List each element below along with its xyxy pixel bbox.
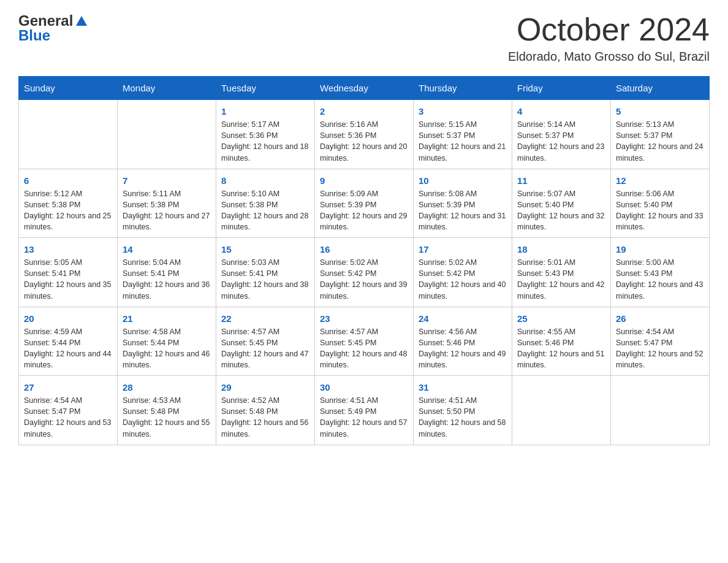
day-info: Sunrise: 5:17 AMSunset: 5:36 PMDaylight:… xyxy=(221,119,309,164)
day-info: Sunrise: 4:54 AMSunset: 5:47 PMDaylight:… xyxy=(616,326,704,371)
day-info: Sunrise: 4:56 AMSunset: 5:46 PMDaylight:… xyxy=(419,326,507,371)
week-row-3: 13Sunrise: 5:05 AMSunset: 5:41 PMDayligh… xyxy=(19,238,710,307)
calendar-cell xyxy=(512,376,611,445)
calendar-cell: 26Sunrise: 4:54 AMSunset: 5:47 PMDayligh… xyxy=(611,307,710,376)
day-info: Sunrise: 5:11 AMSunset: 5:38 PMDaylight:… xyxy=(123,188,211,233)
day-number: 11 xyxy=(517,174,605,187)
calendar-cell: 19Sunrise: 5:00 AMSunset: 5:43 PMDayligh… xyxy=(611,238,710,307)
day-info: Sunrise: 5:12 AMSunset: 5:38 PMDaylight:… xyxy=(24,188,112,233)
calendar-cell: 22Sunrise: 4:57 AMSunset: 5:45 PMDayligh… xyxy=(216,307,315,376)
day-number: 17 xyxy=(419,243,507,256)
calendar-cell: 29Sunrise: 4:52 AMSunset: 5:48 PMDayligh… xyxy=(216,376,315,445)
calendar-cell xyxy=(611,376,710,445)
day-number: 30 xyxy=(320,381,408,394)
calendar-cell: 12Sunrise: 5:06 AMSunset: 5:40 PMDayligh… xyxy=(611,169,710,238)
day-number: 21 xyxy=(123,312,211,325)
day-number: 14 xyxy=(123,243,211,256)
day-info: Sunrise: 5:07 AMSunset: 5:40 PMDaylight:… xyxy=(517,188,605,233)
day-info: Sunrise: 4:51 AMSunset: 5:49 PMDaylight:… xyxy=(320,395,408,440)
calendar-cell: 31Sunrise: 4:51 AMSunset: 5:50 PMDayligh… xyxy=(414,376,512,445)
day-number: 12 xyxy=(616,174,704,187)
calendar-cell: 18Sunrise: 5:01 AMSunset: 5:43 PMDayligh… xyxy=(512,238,611,307)
logo-blue-text: Blue xyxy=(18,27,88,44)
week-row-2: 6Sunrise: 5:12 AMSunset: 5:38 PMDaylight… xyxy=(19,169,710,238)
calendar-cell: 23Sunrise: 4:57 AMSunset: 5:45 PMDayligh… xyxy=(315,307,414,376)
calendar-table: SundayMondayTuesdayWednesdayThursdayFrid… xyxy=(18,76,710,445)
calendar-cell: 4Sunrise: 5:14 AMSunset: 5:37 PMDaylight… xyxy=(512,100,611,169)
day-info: Sunrise: 5:09 AMSunset: 5:39 PMDaylight:… xyxy=(320,188,408,233)
calendar-cell xyxy=(118,100,216,169)
day-number: 23 xyxy=(320,312,408,325)
day-info: Sunrise: 5:08 AMSunset: 5:39 PMDaylight:… xyxy=(419,188,507,233)
day-number: 3 xyxy=(419,105,507,118)
calendar-cell: 10Sunrise: 5:08 AMSunset: 5:39 PMDayligh… xyxy=(414,169,512,238)
logo-triangle-icon xyxy=(75,15,88,28)
calendar-cell: 11Sunrise: 5:07 AMSunset: 5:40 PMDayligh… xyxy=(512,169,611,238)
logo: General Blue xyxy=(18,12,88,44)
svg-marker-0 xyxy=(76,16,87,26)
title-area: October 2024 Eldorado, Mato Grosso do Su… xyxy=(508,12,710,64)
day-info: Sunrise: 4:54 AMSunset: 5:47 PMDaylight:… xyxy=(24,395,112,440)
day-info: Sunrise: 5:13 AMSunset: 5:37 PMDaylight:… xyxy=(616,119,704,164)
calendar-cell: 17Sunrise: 5:02 AMSunset: 5:42 PMDayligh… xyxy=(414,238,512,307)
calendar-cell: 27Sunrise: 4:54 AMSunset: 5:47 PMDayligh… xyxy=(19,376,118,445)
day-number: 4 xyxy=(517,105,605,118)
day-number: 25 xyxy=(517,312,605,325)
day-number: 19 xyxy=(616,243,704,256)
calendar-cell: 2Sunrise: 5:16 AMSunset: 5:36 PMDaylight… xyxy=(315,100,414,169)
day-info: Sunrise: 5:05 AMSunset: 5:41 PMDaylight:… xyxy=(24,257,112,302)
day-number: 20 xyxy=(24,312,112,325)
day-number: 8 xyxy=(221,174,309,187)
day-number: 26 xyxy=(616,312,704,325)
day-info: Sunrise: 5:04 AMSunset: 5:41 PMDaylight:… xyxy=(123,257,211,302)
day-number: 27 xyxy=(24,381,112,394)
day-info: Sunrise: 5:03 AMSunset: 5:41 PMDaylight:… xyxy=(221,257,309,302)
calendar-cell: 15Sunrise: 5:03 AMSunset: 5:41 PMDayligh… xyxy=(216,238,315,307)
day-number: 7 xyxy=(123,174,211,187)
day-info: Sunrise: 4:59 AMSunset: 5:44 PMDaylight:… xyxy=(24,326,112,371)
day-info: Sunrise: 5:06 AMSunset: 5:40 PMDaylight:… xyxy=(616,188,704,233)
day-info: Sunrise: 5:15 AMSunset: 5:37 PMDaylight:… xyxy=(419,119,507,164)
day-info: Sunrise: 4:57 AMSunset: 5:45 PMDaylight:… xyxy=(221,326,309,371)
calendar-cell: 25Sunrise: 4:55 AMSunset: 5:46 PMDayligh… xyxy=(512,307,611,376)
day-number: 31 xyxy=(419,381,507,394)
day-info: Sunrise: 5:02 AMSunset: 5:42 PMDaylight:… xyxy=(320,257,408,302)
calendar-cell: 3Sunrise: 5:15 AMSunset: 5:37 PMDaylight… xyxy=(414,100,512,169)
day-info: Sunrise: 5:01 AMSunset: 5:43 PMDaylight:… xyxy=(517,257,605,302)
day-number: 5 xyxy=(616,105,704,118)
location-title: Eldorado, Mato Grosso do Sul, Brazil xyxy=(508,50,710,64)
calendar-cell: 21Sunrise: 4:58 AMSunset: 5:44 PMDayligh… xyxy=(118,307,216,376)
day-number: 2 xyxy=(320,105,408,118)
calendar-cell: 6Sunrise: 5:12 AMSunset: 5:38 PMDaylight… xyxy=(19,169,118,238)
day-info: Sunrise: 5:02 AMSunset: 5:42 PMDaylight:… xyxy=(419,257,507,302)
week-row-5: 27Sunrise: 4:54 AMSunset: 5:47 PMDayligh… xyxy=(19,376,710,445)
weekday-header-saturday: Saturday xyxy=(611,77,710,100)
day-number: 29 xyxy=(221,381,309,394)
day-info: Sunrise: 5:16 AMSunset: 5:36 PMDaylight:… xyxy=(320,119,408,164)
day-number: 22 xyxy=(221,312,309,325)
day-number: 15 xyxy=(221,243,309,256)
weekday-header-sunday: Sunday xyxy=(19,77,118,100)
week-row-4: 20Sunrise: 4:59 AMSunset: 5:44 PMDayligh… xyxy=(19,307,710,376)
calendar-cell: 5Sunrise: 5:13 AMSunset: 5:37 PMDaylight… xyxy=(611,100,710,169)
calendar-cell: 30Sunrise: 4:51 AMSunset: 5:49 PMDayligh… xyxy=(315,376,414,445)
day-info: Sunrise: 4:53 AMSunset: 5:48 PMDaylight:… xyxy=(123,395,211,440)
day-info: Sunrise: 5:10 AMSunset: 5:38 PMDaylight:… xyxy=(221,188,309,233)
weekday-header-tuesday: Tuesday xyxy=(216,77,315,100)
day-info: Sunrise: 4:58 AMSunset: 5:44 PMDaylight:… xyxy=(123,326,211,371)
day-info: Sunrise: 4:55 AMSunset: 5:46 PMDaylight:… xyxy=(517,326,605,371)
weekday-header-wednesday: Wednesday xyxy=(315,77,414,100)
calendar-cell: 16Sunrise: 5:02 AMSunset: 5:42 PMDayligh… xyxy=(315,238,414,307)
weekday-header-thursday: Thursday xyxy=(414,77,512,100)
header: General Blue October 2024 Eldorado, Mato… xyxy=(18,12,710,64)
day-number: 18 xyxy=(517,243,605,256)
weekday-header-friday: Friday xyxy=(512,77,611,100)
calendar-cell xyxy=(19,100,118,169)
day-number: 1 xyxy=(221,105,309,118)
day-number: 28 xyxy=(123,381,211,394)
calendar-cell: 28Sunrise: 4:53 AMSunset: 5:48 PMDayligh… xyxy=(118,376,216,445)
calendar-cell: 14Sunrise: 5:04 AMSunset: 5:41 PMDayligh… xyxy=(118,238,216,307)
day-info: Sunrise: 4:52 AMSunset: 5:48 PMDaylight:… xyxy=(221,395,309,440)
day-number: 24 xyxy=(419,312,507,325)
day-info: Sunrise: 5:00 AMSunset: 5:43 PMDaylight:… xyxy=(616,257,704,302)
